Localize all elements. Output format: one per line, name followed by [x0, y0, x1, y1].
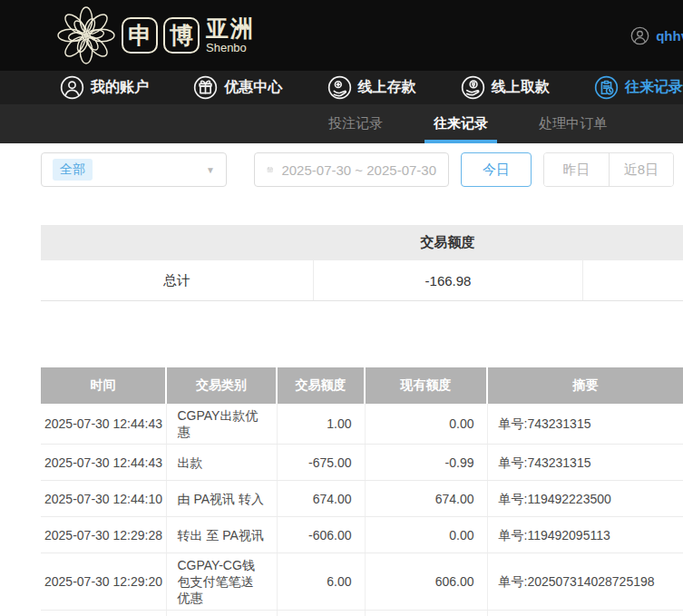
user-icon — [60, 75, 84, 100]
cell-balance: 606.00 — [365, 553, 487, 611]
summary-empty-cell — [582, 260, 683, 300]
avatar-icon — [630, 26, 649, 45]
date-range-input[interactable]: 2025-07-30 ~ 2025-07-30 — [254, 152, 449, 187]
table-row: 2025-07-30 12:29:20 CGPAY支付 600.00 600.0… — [41, 611, 683, 616]
username[interactable]: qhhv — [656, 28, 683, 44]
cell-time: 2025-07-30 12:29:20 — [41, 553, 166, 611]
logo-region-en: Shenbo — [206, 42, 255, 54]
cell-type: CGPAY出款优惠 — [166, 404, 277, 445]
transactions-header: 时间 交易类别 交易额度 现有额度 摘要 — [41, 367, 683, 404]
table-row: 2025-07-30 12:44:10 由 PA视讯 转入 674.00 674… — [41, 481, 683, 517]
cell-balance: 0.00 — [365, 404, 487, 445]
quick-range-group: 昨日 近8日 — [543, 152, 674, 187]
logo-char-shen: 申 — [122, 17, 158, 54]
cell-amount: -606.00 — [277, 517, 365, 553]
summary-total-row: 总计 -166.98 — [41, 260, 683, 301]
nav-promotions[interactable]: 优惠中心 — [193, 75, 282, 100]
cell-memo: 单号:743231315 — [487, 404, 683, 445]
col-amount: 交易额度 — [277, 367, 365, 404]
cell-balance: 0.00 — [365, 517, 487, 553]
transaction-records-page: 申 博 亚洲 Shenbo qhhv 我的账户 — [0, 0, 683, 616]
transactions-table: 时间 交易类别 交易额度 现有额度 摘要 2025-07-30 12:44:43… — [41, 367, 683, 616]
logo-char-bo: 博 — [163, 17, 200, 54]
cell-type: 出款 — [166, 445, 277, 481]
cell-balance: 674.00 — [365, 481, 487, 517]
summary-amount-header: 交易额度 — [313, 234, 582, 251]
cell-type: CGPAY支付 — [166, 611, 277, 616]
date-range-value: 2025-07-30 ~ 2025-07-30 — [281, 162, 436, 178]
gift-icon — [193, 75, 218, 100]
tab-label: 投注记录 — [328, 115, 383, 132]
cell-type: 转出 至 PA视讯 — [166, 517, 277, 553]
tab-pending-orders[interactable]: 处理中订单 — [530, 104, 616, 143]
deposit-icon — [327, 75, 352, 100]
nav-label: 线上存款 — [358, 78, 416, 97]
cell-time: 2025-07-30 12:44:43 — [41, 404, 166, 445]
type-select[interactable]: 全部 ▼ — [41, 152, 227, 187]
logo-region-cn: 亚洲 — [206, 17, 255, 40]
tab-label: 往来记录 — [434, 115, 488, 132]
last8days-button[interactable]: 近8日 — [609, 153, 673, 186]
cell-amount: 6.00 — [277, 553, 365, 611]
cell-memo: 单号:202507314028725198 — [487, 553, 683, 611]
cell-time: 2025-07-30 12:44:10 — [41, 481, 166, 517]
col-type: 交易类别 — [166, 367, 277, 404]
col-memo: 摘要 — [487, 367, 683, 404]
calendar-icon — [267, 162, 273, 177]
col-balance: 现有额度 — [365, 367, 487, 404]
cell-balance: 600.00 — [365, 611, 487, 616]
cell-amount: 1.00 — [277, 404, 365, 445]
nav-transaction-records[interactable]: 往来记录 — [594, 75, 683, 100]
cell-memo: 单号:202507314028725198 — [487, 611, 683, 616]
nav-label: 优惠中心 — [224, 78, 282, 97]
yesterday-button[interactable]: 昨日 — [544, 153, 609, 186]
withdraw-icon — [461, 75, 485, 100]
cell-memo: 单号:119492223500 — [487, 481, 683, 517]
col-time: 时间 — [41, 367, 166, 404]
filter-row: 全部 ▼ 2025-07-30 ~ 2025-07-30 今日 昨日 近8日 — [41, 152, 683, 187]
summary-total-label: 总计 — [41, 272, 313, 289]
flower-logo-icon — [56, 5, 116, 65]
main-nav: 我的账户 优惠中心 线上存款 线上取款 — [0, 71, 683, 104]
chevron-down-icon: ▼ — [206, 165, 215, 175]
nav-label: 线上取款 — [492, 78, 550, 97]
tab-transaction-records[interactable]: 往来记录 — [424, 104, 497, 143]
cell-type: CGPAY-CG钱包支付笔笔送优惠 — [166, 553, 277, 611]
type-selected-chip: 全部 — [53, 159, 93, 181]
summary-header-row: 交易额度 — [41, 225, 683, 260]
logo-region: 亚洲 Shenbo — [206, 17, 255, 54]
nav-my-account[interactable]: 我的账户 — [60, 75, 149, 100]
sub-tabbar: 投注记录 往来记录 处理中订单 — [0, 104, 683, 143]
records-icon — [594, 75, 619, 100]
tab-label: 处理中订单 — [539, 115, 607, 132]
cell-amount: 600.00 — [277, 611, 365, 616]
topbar: 申 博 亚洲 Shenbo qhhv — [0, 0, 683, 71]
nav-label: 我的账户 — [91, 78, 149, 97]
nav-deposit[interactable]: 线上存款 — [327, 75, 416, 100]
cell-type: 由 PA视讯 转入 — [166, 481, 277, 517]
table-row: 2025-07-30 12:44:43 CGPAY出款优惠 1.00 0.00 … — [41, 404, 683, 445]
cell-balance: -0.99 — [365, 445, 487, 481]
summary-total-value: -166.98 — [313, 260, 582, 300]
cell-amount: -675.00 — [277, 445, 365, 481]
cell-time: 2025-07-30 12:44:43 — [41, 445, 166, 481]
transactions-body: 2025-07-30 12:44:43 CGPAY出款优惠 1.00 0.00 … — [41, 404, 683, 616]
table-row: 2025-07-30 12:29:28 转出 至 PA视讯 -606.00 0.… — [41, 517, 683, 553]
table-row: 2025-07-30 12:29:20 CGPAY-CG钱包支付笔笔送优惠 6.… — [41, 553, 683, 611]
cell-memo: 单号:119492095113 — [487, 517, 683, 553]
tab-betting-records[interactable]: 投注记录 — [319, 104, 392, 143]
nav-withdraw[interactable]: 线上取款 — [461, 75, 550, 100]
cell-time: 2025-07-30 12:29:20 — [41, 611, 166, 616]
today-button[interactable]: 今日 — [461, 152, 532, 187]
table-row: 2025-07-30 12:44:43 出款 -675.00 -0.99 单号:… — [41, 445, 683, 481]
user-area[interactable]: qhhv — [630, 26, 683, 45]
cell-time: 2025-07-30 12:29:28 — [41, 517, 166, 553]
cell-memo: 单号:743231315 — [487, 445, 683, 481]
site-logo[interactable]: 申 博 亚洲 Shenbo — [56, 5, 255, 65]
nav-label: 往来记录 — [625, 78, 683, 97]
summary-table: 交易额度 总计 -166.98 — [41, 225, 683, 301]
cell-amount: 674.00 — [277, 481, 365, 517]
